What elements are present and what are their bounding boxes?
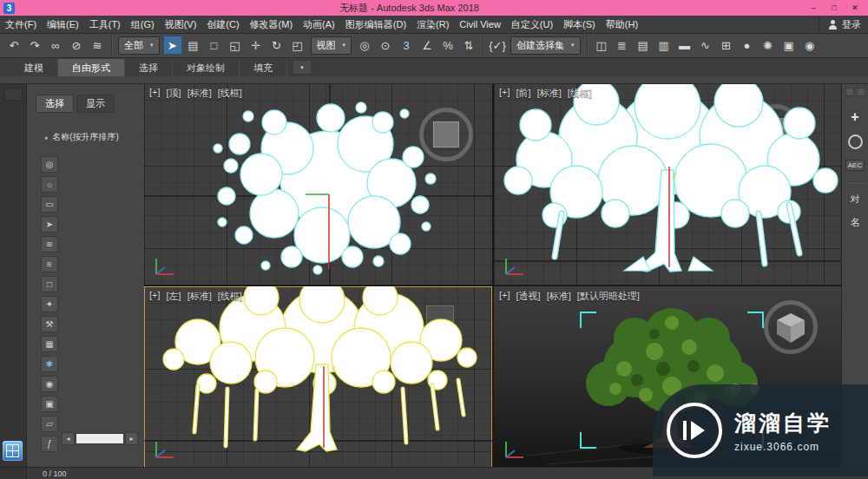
rollout-name-color[interactable]: 名 [851, 216, 860, 229]
viewport-top[interactable]: [+][顶][标准][线框] [144, 83, 492, 285]
wave-icon[interactable]: ≋ [41, 236, 58, 253]
tab-populate[interactable]: 填充 [240, 59, 287, 76]
render-setup-button[interactable]: ✺ [759, 36, 778, 55]
menu-graph-editors[interactable]: 图形编辑器(D) [340, 16, 411, 33]
snaps-toggle-button[interactable]: 3 [397, 36, 416, 55]
menu-scripting[interactable]: 脚本(S) [558, 16, 601, 33]
redo-button[interactable]: ↷ [25, 36, 44, 55]
tab-modeling[interactable]: 建模 [10, 59, 58, 76]
viewport-shading-menu[interactable]: [线框] [218, 290, 242, 303]
tab-freeform[interactable]: 自由形式 [58, 59, 125, 76]
menu-civil-view[interactable]: Civil View [454, 16, 505, 33]
use-pivot-point-button[interactable]: ◎ [355, 36, 374, 55]
undo-button[interactable]: ↶ [4, 36, 23, 55]
viewport-standard-menu[interactable]: [标准] [537, 87, 562, 100]
viewport-left[interactable]: [+][左][标准][线框] [144, 286, 492, 468]
menu-customize[interactable]: 自定义(U) [506, 16, 558, 33]
layers-icon[interactable]: ≡ [41, 256, 58, 272]
shape-icon[interactable]: ▱ [41, 416, 58, 432]
menu-views[interactable]: 视图(V) [160, 16, 202, 33]
mirror-button[interactable]: ◫ [592, 36, 611, 55]
snowflake-icon[interactable]: ✱ [41, 356, 58, 372]
viewport-layout-button[interactable] [3, 441, 23, 461]
geometry-icon[interactable]: ▣ [41, 396, 58, 412]
curve-editor-button[interactable]: ∿ [696, 36, 715, 55]
region-icon[interactable]: □ [41, 276, 58, 292]
window-crossing-button[interactable]: ◱ [226, 36, 245, 55]
cursor-icon[interactable]: ➤ [41, 216, 58, 233]
viewport-general-menu[interactable]: [+] [149, 290, 161, 303]
viewport-pov-menu[interactable]: [顶] [167, 87, 181, 100]
percent-snap-button[interactable]: % [438, 36, 457, 55]
rollout-object-type[interactable]: 对 [851, 193, 860, 206]
create-tab-icon[interactable] [845, 88, 854, 96]
viewport-general-menu[interactable]: [+] [499, 87, 510, 100]
selection-filter-select[interactable]: 全部 ▾ [118, 36, 160, 55]
rectangular-selection-button[interactable]: □ [205, 36, 224, 55]
menu-help[interactable]: 帮助(H) [601, 16, 643, 33]
wrench-icon[interactable]: ⚒ [41, 316, 58, 332]
login-button[interactable]: 登录 [819, 17, 861, 31]
select-and-scale-button[interactable]: ◰ [288, 36, 307, 55]
render-button[interactable]: ◉ [800, 36, 819, 55]
create-plus-icon[interactable]: + [851, 110, 858, 124]
menu-animation[interactable]: 动画(A) [298, 16, 340, 33]
ribbon-toggle-button[interactable]: ▬ [675, 36, 694, 55]
menu-edit[interactable]: 编辑(E) [42, 16, 84, 33]
angle-snap-button[interactable]: ∠ [418, 36, 437, 55]
menu-create[interactable]: 创建(C) [201, 16, 244, 33]
maximize-button[interactable]: □ [825, 2, 844, 14]
scroll-left-button[interactable]: ◂ [62, 432, 75, 445]
viewport-front[interactable]: [+][前][标准][线框] [494, 83, 842, 285]
viewport-general-menu[interactable]: [+] [149, 87, 161, 100]
menu-group[interactable]: 组(G) [126, 16, 160, 33]
ribbon-minimize-button[interactable]: ▾ [293, 60, 312, 75]
tree-object-left-view[interactable] [144, 286, 492, 468]
minimize-button[interactable]: – [804, 2, 823, 14]
viewport-standard-menu[interactable]: [标准] [547, 290, 571, 303]
edit-named-selection-sets-button[interactable]: {✓} [488, 36, 507, 55]
schematic-view-button[interactable]: ⊞ [717, 36, 736, 55]
viewport-shading-menu[interactable]: [线框] [568, 87, 592, 100]
use-selection-center-button[interactable]: ⊙ [376, 36, 395, 55]
scrollbar-track[interactable] [76, 433, 124, 444]
monitor-icon[interactable]: ▭ [41, 196, 58, 213]
scroll-right-button[interactable]: ▸ [125, 432, 138, 445]
scene-explorer-button[interactable]: ▤ [634, 36, 653, 55]
menu-tools[interactable]: 工具(T) [84, 16, 126, 33]
menu-file[interactable]: 文件(F) [0, 16, 42, 33]
viewport-pov-menu[interactable]: [前] [516, 87, 531, 100]
select-object-button[interactable]: ➤ [163, 36, 182, 55]
bind-to-space-warp-button[interactable]: ≋ [88, 36, 107, 55]
menu-modifiers[interactable]: 修改器(M) [245, 16, 299, 33]
menu-rendering[interactable]: 渲染(R) [411, 16, 454, 33]
tab-selection[interactable]: 选择 [125, 59, 173, 76]
close-button[interactable]: ✕ [845, 2, 865, 14]
reference-coordinate-select[interactable]: 视图 ▾ [311, 36, 352, 55]
named-selection-set-select[interactable]: 创建选择集 ▾ [510, 36, 581, 55]
viewport-standard-menu[interactable]: [标准] [187, 87, 212, 100]
grid-icon[interactable]: ▦ [41, 336, 58, 352]
rendered-frame-button[interactable]: ▣ [779, 36, 799, 55]
tab-select[interactable]: 选择 [36, 95, 74, 113]
viewport-pov-menu[interactable]: [透视] [516, 290, 541, 303]
tab-display[interactable]: 显示 [76, 95, 115, 113]
geometry-category-icon[interactable] [848, 135, 863, 149]
select-and-link-button[interactable]: ∞ [46, 36, 65, 55]
viewport-pov-menu[interactable]: [左] [167, 290, 181, 303]
modify-tab-icon[interactable] [857, 88, 865, 96]
spinner-snap-button[interactable]: ⇅ [459, 36, 478, 55]
viewport-standard-menu[interactable]: [标准] [187, 290, 212, 303]
viewport-shading-menu[interactable]: [线框] [218, 87, 242, 100]
bulb-icon[interactable]: ☼ [41, 176, 58, 193]
select-and-move-button[interactable]: ✛ [247, 36, 266, 55]
eye-icon[interactable]: ◉ [41, 376, 58, 392]
tree-object-front-view[interactable] [494, 83, 842, 285]
lamp-icon[interactable]: ✦ [41, 296, 58, 312]
tab-object-paint[interactable]: 对象绘制 [173, 59, 240, 76]
aec-category-label[interactable]: AEC [845, 160, 865, 171]
freeze-icon[interactable]: ƒ [41, 436, 58, 452]
unlink-selection-button[interactable]: ⊘ [67, 36, 86, 55]
pin-icon[interactable]: ◎ [41, 156, 58, 173]
material-editor-button[interactable]: ● [738, 36, 757, 55]
